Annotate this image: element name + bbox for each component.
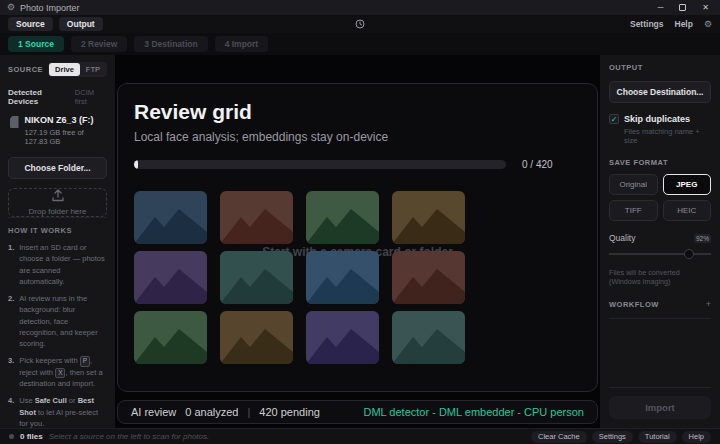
photo-thumbnail[interactable] <box>306 251 379 304</box>
how-step-4: 4. Use Safe Cull or Best Shot to let AI … <box>8 395 107 429</box>
quality-value-badge: 92% <box>694 234 711 243</box>
step-review[interactable]: 2 Review <box>71 36 127 52</box>
close-icon[interactable]: ✕ <box>702 4 709 12</box>
skip-duplicates-row[interactable]: ✓ Skip duplicates <box>609 114 711 124</box>
main-area: Review grid Local face analysis; embeddi… <box>115 55 600 428</box>
how-it-works-title: HOW IT WORKS <box>8 226 107 235</box>
app-title: Photo Importer <box>20 3 80 13</box>
how-step-2: 2. AI review runs in the background: blu… <box>8 293 107 349</box>
maximize-icon[interactable] <box>679 4 686 11</box>
photo-thumbnail[interactable] <box>306 191 379 244</box>
progress-count: 0 / 420 <box>522 159 553 170</box>
step-destination[interactable]: 3 Destination <box>134 36 207 52</box>
photo-thumbnail[interactable] <box>392 311 465 364</box>
device-storage: 127.19 GB free of 127.83 GB <box>25 128 108 146</box>
thumbnail-grid <box>134 191 465 364</box>
how-it-works: HOW IT WORKS 1. Insert an SD card or cho… <box>8 217 107 435</box>
menu-source[interactable]: Source <box>8 17 53 31</box>
step-source[interactable]: 1 Source <box>8 36 64 52</box>
photo-thumbnail[interactable] <box>306 311 379 364</box>
step-import[interactable]: 4 Import <box>215 36 269 52</box>
keycap-p: P <box>80 356 90 366</box>
review-grid-panel: Review grid Local face analysis; embeddi… <box>117 83 598 392</box>
format-tiff-button[interactable]: TIFF <box>609 200 658 221</box>
detected-devices-hint: DCIM first <box>75 88 107 106</box>
device-list-item[interactable]: NIKON Z6_3 (F:) 127.19 GB free of 127.83… <box>8 115 107 146</box>
choose-folder-button[interactable]: Choose Folder... <box>8 157 107 179</box>
analyzed-count: 0 analyzed <box>185 406 238 418</box>
device-name: NIKON Z6_3 (F:) <box>25 115 108 125</box>
source-sidebar: SOURCE Drive FTP Detected Devices DCIM f… <box>0 55 115 428</box>
model-pipeline-label: DML detector - DML embedder - CPU person <box>364 406 585 418</box>
skip-duplicates-hint: Files matching name + size <box>624 127 711 145</box>
photo-thumbnail[interactable] <box>220 311 293 364</box>
output-section-title: OUTPUT <box>609 63 711 72</box>
analysis-progress-fill <box>134 160 138 169</box>
page-title: Review grid <box>134 100 581 124</box>
separator: | <box>247 406 250 418</box>
detected-devices-label: Detected Devices <box>8 88 72 106</box>
minimize-icon[interactable]: ─ <box>658 4 664 12</box>
ai-review-label: AI review <box>131 406 176 418</box>
skip-duplicates-label: Skip duplicates <box>624 114 690 124</box>
sd-card-icon <box>10 116 19 128</box>
quality-slider-thumb[interactable] <box>684 249 694 259</box>
ftp-tab[interactable]: FTP <box>80 63 106 76</box>
photo-thumbnail[interactable] <box>220 251 293 304</box>
menu-settings[interactable]: Settings <box>630 19 664 29</box>
clock-icon <box>355 19 365 29</box>
format-jpeg-button[interactable]: JPEG <box>663 174 712 195</box>
settings-gear-icon[interactable]: ⚙ <box>704 20 712 29</box>
tutorial-button[interactable]: Tutorial <box>638 431 677 443</box>
settings-button[interactable]: Settings <box>592 431 633 443</box>
clear-cache-button[interactable]: Clear Cache <box>531 431 587 443</box>
how-step-1: 1. Insert an SD card or choose a folder … <box>8 242 107 287</box>
wizard-steps: 1 Source 2 Review 3 Destination 4 Import <box>0 33 720 55</box>
workflow-section-header[interactable]: WORKFLOW + <box>609 299 711 319</box>
photo-thumbnail[interactable] <box>220 191 293 244</box>
save-format-options: Original JPEG TIFF HEIC <box>609 174 711 221</box>
upload-icon <box>51 189 65 204</box>
workflow-expand-icon[interactable]: + <box>706 299 711 309</box>
status-hint: Select a source on the left to scan for … <box>49 432 210 441</box>
source-section-title: SOURCE <box>8 65 43 74</box>
menu-output[interactable]: Output <box>59 17 103 31</box>
photo-thumbnail[interactable] <box>392 191 465 244</box>
skip-duplicates-checkbox[interactable]: ✓ <box>609 114 619 124</box>
quality-slider-track <box>609 253 711 255</box>
ai-review-statusbar: AI review 0 analyzed | 420 pending DML d… <box>117 400 598 424</box>
workflow-title: WORKFLOW <box>609 300 659 309</box>
menubar: Source Output Settings Help ⚙ <box>0 15 720 33</box>
output-sidebar: OUTPUT Choose Destination... ✓ Skip dupl… <box>600 55 720 428</box>
analysis-progress-bar <box>134 160 506 169</box>
format-heic-button[interactable]: HEIC <box>663 200 712 221</box>
file-count: 0 files <box>20 432 43 441</box>
photo-thumbnail[interactable] <box>392 251 465 304</box>
how-step-3: 3. Pick keepers with P, reject with X, t… <box>8 355 107 389</box>
status-dot-icon <box>9 434 14 439</box>
help-button[interactable]: Help <box>682 431 711 443</box>
source-type-switch: Drive FTP <box>48 62 107 77</box>
drop-zone-label: Drop folder here <box>29 207 87 216</box>
import-button[interactable]: Import <box>609 396 711 419</box>
drive-tab[interactable]: Drive <box>49 63 80 76</box>
quality-label: Quality <box>609 233 635 243</box>
folder-drop-zone[interactable]: Drop folder here <box>8 188 107 217</box>
pending-count: 420 pending <box>259 406 320 418</box>
app-gear-icon: ⚙ <box>7 3 15 12</box>
titlebar: ⚙ Photo Importer ─ ✕ <box>0 0 720 15</box>
page-subtitle: Local face analysis; embeddings stay on-… <box>134 130 581 144</box>
photo-thumbnail[interactable] <box>134 191 207 244</box>
quality-slider[interactable] <box>609 248 711 260</box>
keycap-x: X <box>55 368 65 378</box>
choose-destination-button[interactable]: Choose Destination... <box>609 81 711 103</box>
save-format-title: SAVE FORMAT <box>609 158 711 167</box>
convert-note: Files will be converted (Windows Imaging… <box>609 268 711 286</box>
format-original-button[interactable]: Original <box>609 174 658 195</box>
statusbar: 0 files Select a source on the left to s… <box>0 428 720 444</box>
photo-thumbnail[interactable] <box>134 311 207 364</box>
window-controls: ─ ✕ <box>658 4 713 12</box>
menu-help[interactable]: Help <box>675 19 693 29</box>
photo-thumbnail[interactable] <box>134 251 207 304</box>
